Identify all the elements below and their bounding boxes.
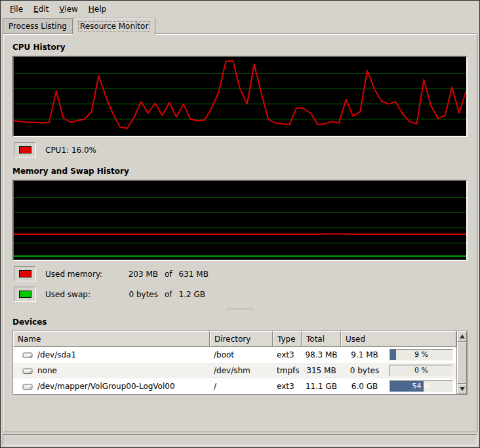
swap-swatch-color: [19, 291, 31, 298]
menubar: File Edit View Help: [1, 1, 479, 16]
devices-list: Name Directory Type Total Used /dev/sda1…: [13, 331, 456, 394]
swap-used-value: 0 bytes: [117, 290, 158, 299]
device-row[interactable]: /dev/mapper/VolGroup00-LogVol00 / ext3 1…: [13, 378, 456, 394]
devices-header-name[interactable]: Name: [13, 331, 210, 347]
device-name: /dev/mapper/VolGroup00-LogVol00: [37, 382, 175, 391]
device-type-cell: ext3: [273, 378, 302, 394]
device-name: none: [37, 366, 57, 375]
cpu-color-swatch: [14, 142, 36, 157]
menu-file[interactable]: File: [5, 3, 28, 15]
cpu-history-graph: [12, 56, 468, 137]
scroll-down-button[interactable]: [457, 384, 467, 394]
memory-legend-label: Used memory:: [45, 270, 117, 279]
device-name-cell: /dev/sda1: [13, 347, 210, 363]
cpu-history-title: CPU History: [12, 43, 468, 52]
device-used-cell: 0 bytes 0 %: [341, 363, 456, 378]
devices-header-total[interactable]: Total: [302, 331, 341, 347]
tab-process-listing[interactable]: Process Listing: [3, 18, 73, 33]
progress-label: 9 %: [390, 350, 452, 359]
used-progressbar: 0 %: [390, 365, 453, 377]
swap-legend: Used swap: 0 bytes of 1.2 GB: [14, 287, 468, 302]
devices-header-type[interactable]: Type: [273, 331, 302, 347]
menu-edit[interactable]: Edit: [28, 3, 54, 15]
devices-table: Name Directory Type Total Used /dev/sda1…: [12, 331, 468, 395]
resource-monitor-page: CPU History CPU1: 16.0% Memory and Swap …: [3, 33, 477, 432]
swap-total-value: 1.2 GB: [179, 290, 205, 299]
swap-of-text: of: [165, 290, 172, 299]
device-name-cell: /dev/mapper/VolGroup00-LogVol00: [13, 378, 210, 394]
devices-header-used[interactable]: Used: [341, 331, 456, 347]
cpu-swatch-color: [19, 146, 31, 153]
device-name-cell: none: [13, 363, 210, 378]
memory-used-value: 203 MB: [117, 270, 158, 279]
device-used-value: 9.1 MB: [344, 350, 386, 359]
memory-swatch-color: [19, 270, 31, 277]
progress-label: 54 %: [390, 382, 452, 390]
menu-help[interactable]: Help: [83, 3, 111, 15]
device-total-cell: 315 MB: [302, 363, 341, 378]
memory-color-swatch: [14, 266, 36, 281]
drive-icon: [22, 367, 33, 375]
devices-header-row: Name Directory Type Total Used: [13, 331, 456, 347]
device-directory-cell: /: [210, 378, 273, 394]
scrollbar-track[interactable]: [457, 342, 467, 384]
tab-label: Process Listing: [9, 22, 67, 31]
device-used-value: 6.0 GB: [344, 382, 386, 391]
device-row[interactable]: none /dev/shm tmpfs 315 MB 0 bytes 0 %: [13, 363, 456, 378]
devices-title: Devices: [12, 317, 468, 327]
down-arrow-icon: [460, 387, 465, 391]
device-type-cell: ext3: [273, 347, 302, 363]
cpu-legend: CPU1: 16.0%: [14, 142, 468, 157]
device-used-cell: 6.0 GB 54 %: [341, 378, 456, 394]
progress-label: 0 %: [390, 366, 452, 375]
memory-swap-graph: [12, 180, 468, 261]
tab-bar: Process Listing Resource Monitor: [1, 16, 479, 33]
drive-icon: [22, 351, 33, 359]
memory-of-text: of: [165, 270, 172, 279]
swap-legend-label: Used swap:: [45, 290, 117, 299]
vertical-scrollbar: [456, 331, 467, 394]
tab-resource-monitor[interactable]: Resource Monitor: [73, 18, 155, 35]
device-row[interactable]: /dev/sda1 /boot ext3 98.3 MB 9.1 MB 9 %: [13, 347, 456, 363]
scroll-up-button[interactable]: [457, 331, 467, 342]
used-progressbar: 9 %: [390, 349, 453, 361]
device-used-value: 0 bytes: [344, 366, 386, 375]
device-total-cell: 98.3 MB: [302, 347, 341, 363]
device-name: /dev/sda1: [37, 350, 76, 359]
tab-label: Resource Monitor: [79, 22, 150, 31]
drive-icon: [22, 382, 33, 391]
pane-resize-grip[interactable]: [227, 308, 253, 312]
cpu-legend-label: CPU1: 16.0%: [45, 146, 96, 155]
used-progressbar: 54 %: [390, 380, 453, 392]
up-arrow-icon: [460, 335, 465, 338]
memory-total-value: 631 MB: [179, 270, 209, 279]
device-total-cell: 11.1 GB: [302, 378, 341, 394]
device-directory-cell: /boot: [210, 347, 273, 363]
device-type-cell: tmpfs: [273, 363, 302, 378]
device-used-cell: 9.1 MB 9 %: [341, 347, 456, 363]
memory-legend: Used memory: 203 MB of 631 MB: [14, 266, 468, 281]
menu-view[interactable]: View: [54, 3, 83, 15]
swap-color-swatch: [14, 287, 36, 302]
device-directory-cell: /dev/shm: [210, 363, 273, 378]
memory-swap-title: Memory and Swap History: [12, 167, 468, 176]
scrollbar-thumb[interactable]: [457, 342, 467, 384]
system-monitor-window: File Edit View Help Process Listing Reso…: [0, 0, 480, 448]
devices-header-directory[interactable]: Directory: [210, 331, 273, 347]
statusbar: [3, 434, 477, 445]
